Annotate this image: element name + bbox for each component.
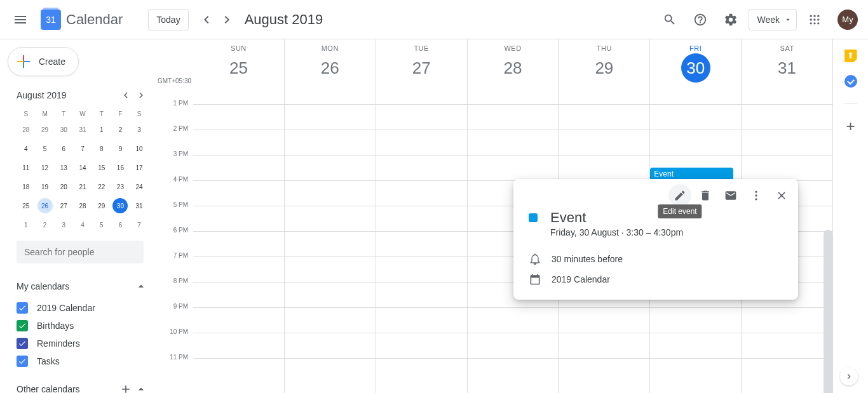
- google-apps-button[interactable]: [802, 7, 827, 32]
- search-people-input[interactable]: [17, 241, 144, 263]
- time-label: 4 PM: [158, 176, 193, 183]
- mini-day[interactable]: 25: [17, 196, 36, 215]
- mini-day[interactable]: 4: [73, 215, 92, 234]
- calendar-checkbox[interactable]: [17, 356, 28, 367]
- help-button[interactable]: [688, 7, 713, 32]
- mini-day[interactable]: 2: [36, 215, 55, 234]
- calendar-item[interactable]: Birthdays: [17, 317, 147, 335]
- day-header[interactable]: FRI30: [649, 39, 741, 91]
- prev-week-button[interactable]: [196, 10, 217, 30]
- day-header[interactable]: TUE27: [376, 39, 467, 91]
- create-button[interactable]: Create: [8, 47, 79, 76]
- mini-day[interactable]: 5: [36, 139, 55, 158]
- mini-day[interactable]: 7: [130, 215, 149, 234]
- mini-day[interactable]: 31: [130, 196, 149, 215]
- my-calendars-header[interactable]: My calendars: [17, 276, 147, 296]
- mini-day[interactable]: 19: [36, 177, 55, 196]
- mini-dow: F: [111, 108, 130, 120]
- mini-day[interactable]: 27: [54, 196, 73, 215]
- mini-day[interactable]: 17: [130, 158, 149, 177]
- email-guests-button[interactable]: [719, 184, 742, 207]
- date-label: 31: [742, 53, 832, 83]
- mini-day[interactable]: 14: [73, 158, 92, 177]
- mini-day[interactable]: 11: [17, 158, 36, 177]
- account-avatar[interactable]: My: [837, 10, 858, 30]
- mini-next-month[interactable]: [133, 88, 149, 103]
- mini-day[interactable]: 16: [111, 158, 130, 177]
- calendar-checkbox[interactable]: [17, 320, 28, 331]
- show-side-panel-button[interactable]: [840, 368, 858, 385]
- mini-day[interactable]: 9: [111, 139, 130, 158]
- mini-day[interactable]: 15: [92, 158, 111, 177]
- day-header[interactable]: SUN25: [193, 39, 284, 91]
- mini-calendar-grid[interactable]: SMTWTFS282930311234567891011121314151617…: [17, 108, 149, 234]
- mini-day[interactable]: 20: [54, 177, 73, 196]
- mini-day[interactable]: 28: [73, 196, 92, 215]
- time-label: 9 PM: [158, 303, 193, 310]
- svg-point-8: [817, 22, 819, 24]
- mini-day[interactable]: 26: [36, 196, 55, 215]
- mini-day[interactable]: 21: [73, 177, 92, 196]
- svg-point-5: [817, 18, 819, 20]
- tasks-icon[interactable]: [844, 75, 857, 88]
- day-column[interactable]: [284, 91, 376, 393]
- mini-day[interactable]: 30: [111, 196, 130, 215]
- day-header[interactable]: SAT31: [741, 39, 832, 91]
- mini-day[interactable]: 30: [54, 120, 73, 139]
- mini-day[interactable]: 29: [92, 196, 111, 215]
- mini-day[interactable]: 10: [130, 139, 149, 158]
- delete-event-button[interactable]: [694, 184, 717, 207]
- mini-day[interactable]: 3: [130, 120, 149, 139]
- day-header[interactable]: MON26: [284, 39, 376, 91]
- mini-day[interactable]: 29: [36, 120, 55, 139]
- mini-day[interactable]: 12: [36, 158, 55, 177]
- mini-day[interactable]: 22: [92, 177, 111, 196]
- mini-day[interactable]: 18: [17, 177, 36, 196]
- calendar-checkbox[interactable]: [17, 302, 28, 314]
- time-label: 10 PM: [158, 328, 193, 335]
- day-header[interactable]: WED28: [467, 39, 559, 91]
- settings-button[interactable]: [718, 7, 743, 32]
- mini-day[interactable]: 8: [92, 139, 111, 158]
- next-week-button[interactable]: [217, 10, 237, 30]
- mini-day[interactable]: 5: [92, 215, 111, 234]
- current-range-label: August 2019: [245, 11, 323, 28]
- other-calendars-header[interactable]: Other calendars: [17, 378, 147, 393]
- mini-day[interactable]: 1: [17, 215, 36, 234]
- search-button[interactable]: [657, 7, 682, 32]
- dow-label: WED: [468, 44, 559, 52]
- mini-day[interactable]: 6: [54, 139, 73, 158]
- main-menu-button[interactable]: [5, 4, 36, 35]
- today-button[interactable]: Today: [148, 9, 188, 30]
- day-column[interactable]: [376, 91, 467, 393]
- mini-day[interactable]: 3: [54, 215, 73, 234]
- add-calendar-button[interactable]: [118, 382, 133, 393]
- mini-day[interactable]: 7: [73, 139, 92, 158]
- mini-day[interactable]: 24: [130, 177, 149, 196]
- day-header[interactable]: THU29: [558, 39, 649, 91]
- mini-day[interactable]: 28: [17, 120, 36, 139]
- view-selector[interactable]: Week: [749, 9, 797, 30]
- close-popover-button[interactable]: [770, 184, 793, 207]
- mini-day[interactable]: 13: [54, 158, 73, 177]
- day-column[interactable]: [193, 91, 284, 393]
- app-title: Calendar: [66, 11, 123, 28]
- timezone-label: GMT+05:30: [158, 77, 193, 84]
- mini-day[interactable]: 6: [111, 215, 130, 234]
- get-addons-button[interactable]: +: [846, 119, 855, 134]
- keep-icon[interactable]: [844, 50, 857, 62]
- event-options-button[interactable]: [745, 184, 768, 207]
- calendar-item[interactable]: 2019 Calendar: [17, 299, 147, 317]
- mini-day[interactable]: 1: [92, 120, 111, 139]
- calendar-item[interactable]: Reminders: [17, 335, 147, 352]
- date-label: 28: [468, 53, 559, 83]
- edit-event-button[interactable]: Edit event: [668, 184, 691, 207]
- calendar-checkbox[interactable]: [17, 338, 28, 349]
- scrollbar[interactable]: [824, 230, 832, 393]
- mini-prev-month[interactable]: [118, 88, 133, 103]
- calendar-item[interactable]: Tasks: [17, 352, 147, 370]
- mini-day[interactable]: 4: [17, 139, 36, 158]
- mini-day[interactable]: 23: [111, 177, 130, 196]
- mini-day[interactable]: 31: [73, 120, 92, 139]
- mini-day[interactable]: 2: [111, 120, 130, 139]
